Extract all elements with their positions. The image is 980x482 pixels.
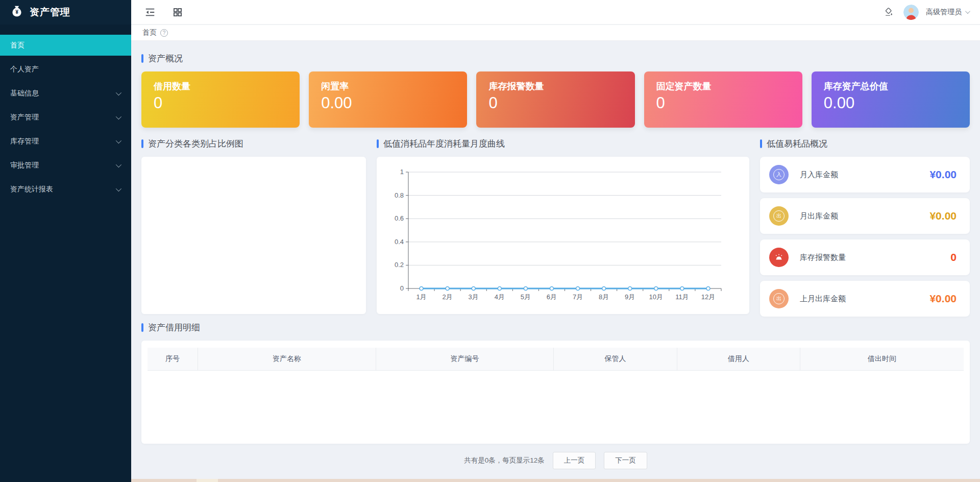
- stat-value: 0: [656, 94, 790, 112]
- stat-value: 0: [488, 94, 622, 112]
- x-tick-label: 12月: [701, 293, 715, 301]
- help-icon[interactable]: ?: [160, 29, 168, 37]
- topbar: 高级管理员: [131, 0, 980, 25]
- avatar[interactable]: [903, 5, 919, 20]
- consumable-item-month-outbound: 出 月出库金额 ¥0.00: [760, 198, 970, 234]
- user-name: 高级管理员: [926, 8, 962, 17]
- chevron-down-icon: [116, 185, 121, 191]
- sidebar-item-inventory-management[interactable]: 库存管理: [0, 131, 131, 152]
- stat-card-fixed-assets: 固定资产数量 0: [644, 71, 802, 128]
- outbound-icon: 出: [769, 289, 789, 308]
- data-point-marker: [420, 287, 423, 291]
- column-header-asset-name: 资产名称: [198, 348, 376, 370]
- section-borrow-detail: 资产借用明细: [141, 322, 970, 333]
- user-dropdown[interactable]: 高级管理员: [926, 8, 969, 17]
- sidebar-item-asset-management[interactable]: 资产管理: [0, 107, 131, 128]
- sidebar-item-approval-management[interactable]: 审批管理: [0, 155, 131, 176]
- data-point-marker: [550, 287, 553, 291]
- data-point-marker: [628, 287, 632, 291]
- menu-fold-icon[interactable]: [142, 5, 158, 20]
- breadcrumb-home-link[interactable]: 首页: [142, 28, 157, 37]
- theme-paint-icon[interactable]: [881, 5, 896, 20]
- table-header-row: 序号 资产名称 资产编号 保管人 借用人 借出时间: [148, 348, 964, 371]
- section-pie-chart: 资产分类各类别占比例图: [141, 138, 366, 150]
- x-tick-label: 7月: [573, 293, 583, 301]
- prev-page-button[interactable]: 上一页: [553, 452, 596, 469]
- y-tick-label: 0.4: [395, 238, 404, 246]
- x-tick-label: 4月: [495, 293, 505, 301]
- stat-value: 0.00: [824, 94, 958, 112]
- x-tick-label: 6月: [547, 293, 557, 301]
- background-window-edge: [131, 479, 980, 482]
- data-point-marker: [654, 287, 658, 291]
- column-header-lend-time: 借出时间: [800, 348, 964, 370]
- money-bag-icon: ¥: [10, 5, 23, 20]
- section-title-text: 资产概况: [148, 53, 183, 64]
- chevron-down-icon: [116, 89, 121, 95]
- asset-category-pie-chart: [141, 157, 366, 314]
- section-bar: [141, 54, 143, 63]
- data-point-marker: [472, 287, 475, 291]
- pagination-summary: 共有是0条，每页显示12条: [464, 456, 545, 465]
- y-tick-label: 0.2: [395, 261, 404, 269]
- section-asset-overview: 资产概况: [141, 53, 970, 64]
- sidebar-menu: 首页 个人资产 基础信息 资产管理 库存管理 审批管理 资产统计报表: [0, 25, 131, 200]
- sidebar-item-home[interactable]: 首页: [0, 35, 131, 56]
- item-value: ¥0.00: [929, 168, 957, 181]
- x-tick-label: 11月: [675, 293, 689, 301]
- y-tick-label: 0: [400, 284, 404, 292]
- y-tick-label: 0.6: [395, 214, 404, 222]
- y-tick-label: 1: [400, 168, 404, 176]
- alarm-icon: [769, 248, 789, 267]
- monthly-consumption-line-chart: 00.20.40.60.811月2月3月4月5月6月7月8月9月10月11月12…: [377, 157, 749, 314]
- item-value: 0: [950, 251, 957, 263]
- section-line-chart: 低值消耗品年度消耗量月度曲线: [377, 138, 749, 150]
- chevron-down-icon: [116, 137, 121, 143]
- x-tick-label: 3月: [469, 293, 479, 301]
- item-value: ¥0.00: [929, 293, 957, 305]
- borrow-detail-table: 序号 资产名称 资产编号 保管人 借用人 借出时间: [141, 341, 970, 444]
- x-tick-label: 8月: [599, 293, 609, 301]
- data-point-marker: [602, 287, 606, 291]
- data-point-marker: [446, 287, 449, 291]
- svg-text:¥: ¥: [15, 9, 18, 15]
- column-header-asset-no: 资产编号: [376, 348, 554, 370]
- chevron-down-icon: [116, 161, 121, 167]
- sidebar-item-asset-reports[interactable]: 资产统计报表: [0, 179, 131, 200]
- app-logo: ¥ 资产管理: [0, 0, 131, 25]
- item-value: ¥0.00: [929, 210, 957, 222]
- section-consumables-overview: 低值易耗品概况: [760, 138, 970, 150]
- background-window-edge-highlight: [197, 479, 218, 482]
- stat-card-stock-alarms: 库存报警数量 0: [476, 71, 634, 128]
- stat-card-idle-rate: 闲置率 0.00: [309, 71, 467, 128]
- stat-card-borrow-count: 借用数量 0: [141, 71, 300, 128]
- x-tick-label: 5月: [521, 293, 531, 301]
- table-body-empty: [148, 371, 964, 443]
- sidebar-item-base-info[interactable]: 基础信息: [0, 83, 131, 104]
- column-header-keeper: 保管人: [554, 348, 677, 370]
- data-point-marker: [680, 287, 684, 291]
- grid-layout-icon[interactable]: [170, 5, 185, 20]
- y-tick-label: 0.8: [395, 191, 404, 199]
- consumable-item-month-inbound: 入 月入库金额 ¥0.00: [760, 157, 970, 192]
- sidebar: ¥ 资产管理 首页 个人资产 基础信息 资产管理 库存管理 审批管理 资产统计报…: [0, 0, 131, 482]
- inbound-icon: 入: [769, 165, 789, 184]
- chevron-down-icon: [965, 9, 970, 14]
- app-title: 资产管理: [30, 6, 70, 19]
- stat-value: 0: [154, 94, 287, 112]
- sidebar-item-personal-assets[interactable]: 个人资产: [0, 59, 131, 80]
- column-header-borrower: 借用人: [677, 348, 800, 370]
- main-content: 资产概况 借用数量 0 闲置率 0.00 库存报警数量 0 固定资产数量 0 库…: [131, 41, 980, 479]
- stat-card-total-stock-value: 库存资产总价值 0.00: [812, 71, 970, 128]
- data-point-marker: [498, 287, 501, 291]
- consumables-list: 入 月入库金额 ¥0.00 出 月出库金额 ¥0.00: [760, 157, 970, 317]
- outbound-icon: 出: [769, 206, 789, 226]
- stat-cards-row: 借用数量 0 闲置率 0.00 库存报警数量 0 固定资产数量 0 库存资产总价…: [141, 71, 970, 128]
- data-point-marker: [576, 287, 580, 291]
- x-tick-label: 1月: [416, 293, 426, 301]
- data-point-marker: [524, 287, 527, 291]
- consumable-item-stock-alarm: 库存报警数量 0: [760, 239, 970, 275]
- next-page-button[interactable]: 下一页: [604, 452, 647, 469]
- line-chart-svg: 00.20.40.60.811月2月3月4月5月6月7月8月9月10月11月12…: [377, 157, 749, 314]
- chevron-down-icon: [116, 113, 121, 119]
